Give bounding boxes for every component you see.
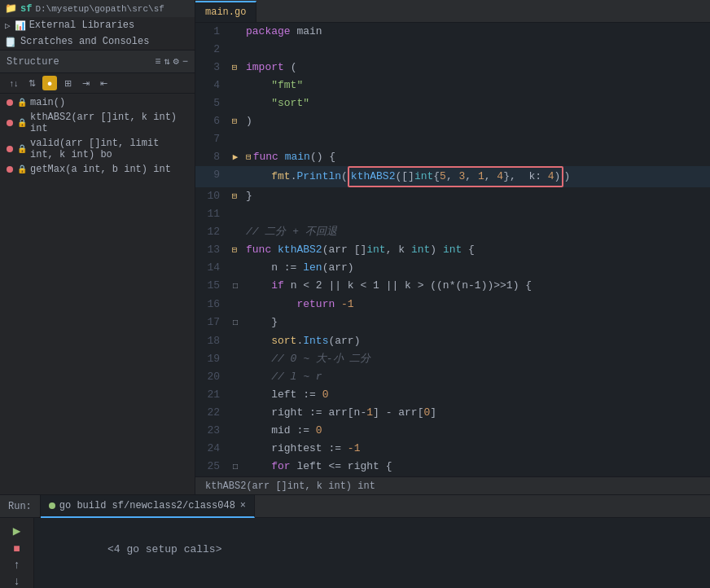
tab-main-go[interactable]: main.go: [195, 1, 256, 22]
bottom-output[interactable]: <4 go setup calls> 2 Process finished wi…: [34, 518, 710, 588]
project-path: D:\mysetup\gopath\src\sf: [35, 4, 164, 14]
line-gutter-10: ⊟: [228, 187, 243, 205]
fold-arrow-13[interactable]: ⊟: [232, 245, 238, 255]
line-gutter-22: [228, 404, 243, 422]
line-num-10: 10: [195, 187, 228, 205]
sort-by-name-btn[interactable]: ↑↓: [7, 76, 21, 90]
line-num-18: 18: [195, 332, 228, 350]
line-num-14: 14: [195, 259, 228, 277]
red-dot-icon: [7, 99, 13, 106]
table-row: 12 // 二分 + 不回退: [195, 223, 710, 241]
line-gutter-11: [228, 205, 243, 223]
line-code-14: n := len(arr): [243, 259, 710, 277]
line-code-15: if n < 2 || k < 1 || k > ((n*(n-1))>>1) …: [243, 277, 710, 296]
table-row: 22 right := arr[n-1] - arr[0]: [195, 404, 710, 422]
sort-icon[interactable]: ⇅: [164, 55, 169, 68]
line-num-15: 15: [195, 277, 228, 296]
bottom-tab-run[interactable]: Run:: [0, 495, 41, 518]
run-button[interactable]: ▶: [6, 523, 28, 539]
struct-item-main[interactable]: 🔒 main(): [0, 95, 195, 110]
table-row: 13 ⊟ func kthABS2(arr []int, k int) int …: [195, 241, 710, 259]
minimize-icon[interactable]: −: [182, 56, 188, 68]
table-row: 7: [195, 130, 710, 148]
line-code-17: }: [243, 314, 710, 332]
struct-item-kthabs2[interactable]: 🔒 kthABS2(arr []int, k int) int: [0, 110, 195, 136]
collapse-all-btn[interactable]: ⇤: [96, 76, 111, 90]
line-gutter-13: ⊟: [228, 241, 243, 259]
bottom-tabs: Run: go build sf/newclass2/class048 ×: [0, 495, 710, 518]
line-num-9: 9: [195, 166, 228, 187]
table-row: 24 rightest := -1: [195, 440, 710, 458]
scratches-label: Scratches and Consoles: [20, 36, 149, 47]
line-num-22: 22: [195, 404, 228, 422]
line-num-20: 20: [195, 368, 228, 386]
expand-all-btn[interactable]: ⊞: [60, 76, 75, 90]
scroll-up-button[interactable]: ↑: [6, 559, 28, 572]
structure-header: Structure ≡ ⇅ ⚙ −: [0, 50, 195, 73]
line-gutter-17: □: [228, 314, 243, 332]
line-gutter-23: [228, 422, 243, 440]
table-row: 14 n := len(arr): [195, 259, 710, 277]
call-highlight-box: kthABS2([]int{5, 3, 1, 4}, k: 4): [348, 166, 564, 187]
line-gutter-21: [228, 386, 243, 404]
line-num-19: 19: [195, 350, 228, 368]
table-row: 2: [195, 41, 710, 59]
fold-arrow-6[interactable]: ⊟: [232, 116, 238, 126]
code-table: 1 package main 2 3 ⊟: [195, 23, 710, 476]
fold-arrow-10[interactable]: ⊟: [232, 191, 238, 201]
scroll-down-button[interactable]: ↓: [6, 575, 28, 588]
table-row: 15 □ if n < 2 || k < 1 || k > ((n*(n-1))…: [195, 277, 710, 296]
line-gutter-9: [228, 166, 243, 187]
table-row: 20 // l ~ r: [195, 368, 710, 386]
sort-alpha-icon[interactable]: ≡: [155, 56, 160, 68]
bottom-tab-build[interactable]: go build sf/newclass2/class048 ×: [41, 495, 255, 518]
table-row: 1 package main: [195, 23, 710, 41]
line-num-1: 1: [195, 23, 228, 41]
line-code-18: sort.Ints(arr): [243, 332, 710, 350]
line-gutter-7: [228, 130, 243, 148]
autoscroll-btn[interactable]: ⇥: [78, 76, 93, 90]
line-gutter-8: ▶: [228, 148, 243, 166]
structure-panel: Structure ≡ ⇅ ⚙ − ↑↓ ⇅ ● ⊞ ⇥ ⇤: [0, 50, 195, 494]
table-row: 16 return -1: [195, 296, 710, 314]
bottom-toolbar: ▶ ■ ↑ ↓ 🗑 📌 ⚙: [0, 518, 34, 588]
project-header[interactable]: 📁 sf D:\mysetup\gopath\src\sf: [0, 0, 195, 17]
sidebar: 📁 sf D:\mysetup\gopath\src\sf ▷ 📊 Extern…: [0, 0, 195, 494]
line-gutter-3: ⊟: [228, 59, 243, 77]
fold-arrow-3[interactable]: ⊟: [232, 63, 238, 72]
table-row: 11: [195, 205, 710, 223]
stop-button[interactable]: ■: [6, 542, 28, 555]
line-code-24: rightest := -1: [243, 440, 710, 458]
sidebar-item-scratches[interactable]: 🗒️ Scratches and Consoles: [0, 33, 195, 50]
lock-icon-4: 🔒: [17, 165, 27, 174]
table-row: 23 mid := 0: [195, 422, 710, 440]
fold-arrow-8[interactable]: ⊟: [246, 152, 252, 162]
sidebar-item-external-libraries[interactable]: ▷ 📊 External Libraries: [0, 17, 195, 33]
line-gutter-14: [228, 259, 243, 277]
line-code-8: ⊟func main() {: [243, 148, 710, 166]
structure-toolbar: ↑↓ ⇅ ● ⊞ ⇥ ⇤: [0, 73, 195, 94]
app-root: 📁 sf D:\mysetup\gopath\src\sf ▷ 📊 Extern…: [0, 0, 710, 588]
line-num-4: 4: [195, 77, 228, 94]
lock-icon-3: 🔒: [17, 144, 27, 154]
struct-func-valid: valid(arr []int, limit int, k int) bo: [30, 138, 188, 160]
table-row: 8 ▶ ⊟func main() {: [195, 148, 710, 166]
table-row: 3 ⊟ import (: [195, 59, 710, 77]
line-gutter-18: [228, 332, 243, 350]
green-dot-icon: [49, 502, 55, 509]
struct-item-valid[interactable]: 🔒 valid(arr []int, limit int, k int) bo: [0, 136, 195, 162]
struct-item-getmax[interactable]: 🔒 getMax(a int, b int) int: [0, 162, 195, 177]
output-cmd-line: <4 go setup calls>: [44, 523, 700, 577]
code-editor[interactable]: 1 package main 2 3 ⊟: [195, 23, 710, 476]
line-num-8: 8: [195, 148, 228, 166]
filter-btn[interactable]: ●: [42, 76, 57, 90]
close-tab-icon[interactable]: ×: [240, 500, 246, 511]
bottom-tab-label: go build sf/newclass2/class048: [59, 500, 235, 511]
external-libraries-icon: ▷: [5, 20, 11, 31]
output-num-line: 2: [44, 577, 700, 588]
table-row: 25 □ for left <= right {: [195, 458, 710, 476]
settings-icon[interactable]: ⚙: [173, 55, 179, 68]
sort-by-order-btn[interactable]: ⇅: [24, 76, 39, 90]
line-gutter-20: [228, 368, 243, 386]
status-hint: kthABS2(arr []int, k int) int: [195, 476, 710, 494]
